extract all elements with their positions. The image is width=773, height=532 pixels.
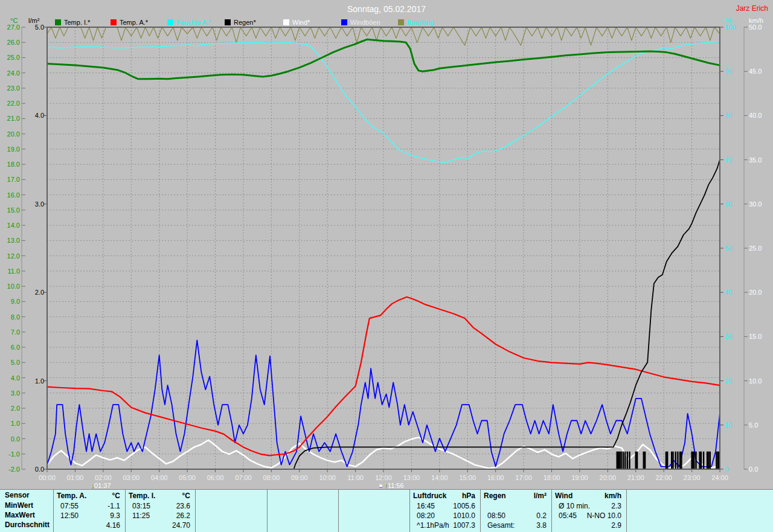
table-cell-row [338,521,409,530]
x-axis-label: 09:00 [291,474,308,481]
table-cell-value: 9.3 [110,511,120,520]
temp-axis-label: 21.0 [2,115,20,122]
x-axis-label: 20:00 [600,474,617,481]
temp-axis-label: 14.0 [2,222,20,229]
temp-axis-label: 18.0 [2,161,20,168]
table-cell-value: 2.3 [611,502,621,510]
table-column-header: Temp. A.°C [53,491,125,501]
legend-item-temp-a: Temp. A.* [111,19,148,26]
legend-swatch-icon [111,19,117,25]
legend-item-regen: Regen* [225,19,256,26]
wind-axis-label: 5.0 [749,422,767,429]
table-column-header [626,491,773,501]
x-axis-label: 13:00 [403,474,420,481]
legend-item-feuchte-a: Feuchte A.* [167,19,211,26]
chart-plot[interactable] [0,0,773,532]
table-cell-row [267,511,338,521]
wind-axis-label: 25.0 [749,245,767,252]
temp-axis-label: 9.0 [2,298,20,305]
x-axis-label: 18:00 [544,474,560,481]
legend-item-empfang: Empfang [398,19,434,26]
x-axis-label: 16:00 [487,474,504,481]
humidity-axis-label: 90 [725,68,743,75]
table-cell-row [626,511,773,521]
table-column-header: Temp. I.°C [125,491,195,501]
humidity-axis-label: 0 [725,466,743,473]
table-column-header: Regenl/m² [480,491,551,501]
table-cell-row: 24.70 [125,521,195,530]
table-cell-value: 07:55 [60,502,79,510]
table-cell-row: 4.16 [53,521,125,530]
table-cell-row [195,511,267,521]
x-axis-label: 23:00 [684,474,701,481]
temp-axis-label: 19.0 [2,146,20,153]
wind-axis-label: 15.0 [749,333,767,340]
rain-axis-label: 4.0 [26,112,44,119]
table-cell-value: 08:20 [417,511,435,520]
rain-intensity-bar [672,452,673,469]
table-column-temp-a: Temp. A.°C07:55-1.112:509.34.16 [53,490,126,532]
x-axis-label: 24:00 [711,474,728,481]
rain-axis-label: 1.0 [26,378,44,385]
table-cell-value: 08:50 [487,511,505,520]
table-column-temp-i: Temp. I.°C03:1523.611:2526.224.70 [125,490,196,532]
table-row-label: MaxWert [0,511,35,519]
wind-axis-label: 10.0 [749,378,767,385]
table-column [267,490,339,532]
rain-intensity-bar [624,452,626,469]
temp-axis-label: 27.0 [2,24,20,31]
x-axis-label: 10:00 [319,474,336,481]
table-column [195,490,268,532]
rain-intensity-bar [671,452,672,469]
table-cell-row [480,501,551,511]
table-cell-value: 0.2 [536,511,547,520]
table-cell-value: Gesamt: [487,521,515,530]
wind-axis-label: 30.0 [749,201,767,208]
table-cell-row [626,521,773,530]
rain-intensity-bar [699,452,700,469]
x-axis-label: 12:00 [375,474,392,481]
table-header-text: hPa [462,492,475,500]
legend-swatch-icon [225,19,231,25]
table-row-label: Durchschnitt [0,521,50,529]
legend-item-label: Feuchte A.* [176,19,211,26]
table-header-text: °C [182,492,190,500]
table-header-text: °C [112,492,120,500]
temp-axis-label: 12.0 [2,253,20,260]
rain-intensity-bar [710,452,711,469]
temp-axis-label: 23.0 [2,85,20,92]
table-divider [53,490,54,532]
rain-axis-label: 2.0 [26,289,44,296]
table-cell-value: 16:45 [417,502,435,510]
table-cell-row [195,521,267,530]
table-cell-value: ^1.1hPa/h [417,521,449,530]
table-cell-value: 11:25 [132,511,150,520]
x-axis-label: 01:00 [67,474,84,481]
table-cell-row: 03:1523.6 [125,501,195,511]
rain-axis-label: 5.0 [26,24,44,31]
humidity-axis-label: 10 [725,422,743,429]
x-axis-label: 04:00 [151,474,168,481]
table-column-header: Windkm/h [551,491,626,501]
x-axis-label: 21:00 [627,474,644,481]
humidity-axis-label: 30 [725,333,743,340]
table-cell-value: 2.9 [611,521,621,530]
x-axis-label: 07:00 [235,474,252,481]
table-cell-row: 11:2526.2 [125,511,195,521]
rain-intensity-bar [623,452,624,469]
rain-intensity-bar [643,452,644,469]
table-cell-row [267,521,338,530]
table-cell-value: 12:50 [60,511,79,520]
temp-axis-label: 10.0 [2,283,20,290]
table-header-text: Temp. I. [129,492,155,500]
table-row-label: MinWert [0,501,33,510]
table-cell-value: 26.2 [176,511,190,520]
temp-axis-label: 13.0 [2,237,20,244]
temp-axis-label: -1.0 [2,451,20,458]
x-axis-label: 14:00 [431,474,448,481]
humidity-axis-label: 40 [725,289,743,296]
rain-intensity-bar [667,452,668,469]
temp-axis-label: 4.0 [2,375,20,382]
table-cell-value: 24.70 [172,521,190,530]
legend-swatch-icon [167,19,173,25]
